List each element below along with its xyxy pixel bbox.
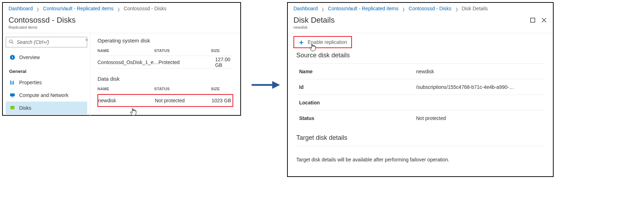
cell-status: Protected <box>158 59 215 65</box>
target-details-message: Target disk details will be available af… <box>288 146 553 162</box>
chevron-right-icon: ❯ <box>117 7 120 11</box>
cell-status: Not protected <box>155 98 212 103</box>
col-status: STATUS <box>154 87 211 91</box>
restore-window-icon[interactable] <box>530 17 536 23</box>
enable-replication-label: Enable replication <box>308 39 347 45</box>
page-subtitle: newdisk <box>293 25 547 29</box>
svg-rect-9 <box>11 97 13 97</box>
svg-rect-3 <box>12 57 13 59</box>
crumb-dashboard[interactable]: Dashboard <box>293 6 318 11</box>
close-icon[interactable] <box>541 17 547 23</box>
sidebar-group-general: General <box>6 64 87 76</box>
table-header: NAME STATUS SIZE <box>97 87 233 94</box>
sidebar-item-label: Overview <box>19 55 40 60</box>
sidebar-item-compute[interactable]: Compute and Network <box>6 89 87 102</box>
svg-point-0 <box>10 40 12 42</box>
page-header: Disk Details newdisk <box>288 13 553 33</box>
compute-icon <box>9 92 16 98</box>
svg-rect-13 <box>531 18 535 22</box>
chevron-right-icon: ❯ <box>36 7 39 11</box>
table-header: NAME STATUS SIZE <box>97 48 233 56</box>
info-icon <box>9 55 16 60</box>
page-title: Contosossd - Disks <box>9 16 235 25</box>
crumb-disks[interactable]: Contosossd - Disks <box>409 6 452 11</box>
cell-name: Contosossd_OsDisk_1_e… <box>97 59 158 65</box>
search-icon <box>9 39 14 45</box>
data-disk-row-newdisk[interactable]: newdisk Not protected 1023 GB <box>97 94 233 107</box>
enable-replication-button[interactable]: ＋ Enable replication <box>293 36 352 48</box>
sidebar-item-disks[interactable]: Disks <box>6 102 87 114</box>
crumb-vault[interactable]: ContosoVault - Replicated items <box>328 6 398 11</box>
command-bar: ＋ Enable replication <box>288 33 553 52</box>
data-disk-section-title: Data disk <box>97 76 233 82</box>
disks-content: Operating system disk NAME STATUS SIZE C… <box>90 33 240 118</box>
crumb-vault[interactable]: ContosoVault - Replicated items <box>43 6 113 11</box>
detail-row-location: Location <box>296 94 544 110</box>
svg-rect-6 <box>12 81 12 85</box>
svg-line-1 <box>12 42 13 44</box>
col-status: STATUS <box>154 48 211 53</box>
disks-icon <box>9 105 16 111</box>
chevron-right-icon: ❯ <box>455 7 458 11</box>
svg-rect-7 <box>13 81 14 85</box>
cell-size: 127.00 GB <box>215 57 233 68</box>
detail-value: Not protected <box>416 115 542 121</box>
svg-point-4 <box>12 56 13 57</box>
svg-rect-8 <box>10 93 15 96</box>
disk-details-panel: Dashboard ❯ ContosoVault - Replicated it… <box>287 2 554 177</box>
detail-value: newdisk <box>416 69 542 74</box>
page-subtitle: Replicated items <box>9 25 235 29</box>
collapse-sidebar-icon[interactable]: « <box>85 37 88 42</box>
crumb-current: Disk Details <box>461 6 488 11</box>
target-details-heading: Target disk details <box>288 134 553 146</box>
search-input[interactable]: Search (Ctrl+/) <box>6 37 87 47</box>
disks-panel: Dashboard ❯ ContosoVault - Replicated it… <box>2 2 241 116</box>
svg-rect-5 <box>10 80 11 85</box>
arrow-right-icon <box>251 80 280 90</box>
detail-row-id: Id /subscriptions/155c4768-b71c-4e4b-a99… <box>296 79 544 94</box>
crumb-dashboard[interactable]: Dashboard <box>9 6 33 11</box>
detail-value: /subscriptions/155c4768-b71c-4e4b-a990-… <box>416 84 542 90</box>
search-placeholder: Search (Ctrl+/) <box>17 39 49 45</box>
sidebar-item-label: Properties <box>19 80 42 85</box>
col-size: SIZE <box>211 87 233 91</box>
os-disk-section-title: Operating system disk <box>97 38 233 44</box>
breadcrumb: Dashboard ❯ ContosoVault - Replicated it… <box>3 3 240 13</box>
page-title: Disk Details <box>293 16 547 25</box>
detail-label: Name <box>299 69 416 74</box>
plus-icon: ＋ <box>298 39 305 46</box>
chevron-right-icon: ❯ <box>321 7 324 11</box>
breadcrumb: Dashboard ❯ ContosoVault - Replicated it… <box>288 3 553 13</box>
cell-size: 1023 GB <box>212 98 233 103</box>
detail-label: Id <box>299 84 416 90</box>
svg-marker-12 <box>272 81 280 89</box>
sidebar-item-label: Disks <box>19 105 31 111</box>
crumb-current: Contosossd - Disks <box>124 6 167 11</box>
col-size: SIZE <box>211 48 233 53</box>
detail-row-name: Name newdisk <box>296 63 544 79</box>
cell-name: newdisk <box>98 98 155 103</box>
os-disk-row[interactable]: Contosossd_OsDisk_1_e… Protected 127.00 … <box>97 56 233 69</box>
detail-row-status: Status Not protected <box>296 110 544 126</box>
sidebar-item-properties[interactable]: Properties <box>6 76 87 89</box>
col-name: NAME <box>97 48 154 53</box>
chevron-right-icon: ❯ <box>402 7 405 11</box>
page-header: Contosossd - Disks Replicated items <box>3 13 240 33</box>
detail-label: Location <box>299 100 416 105</box>
sidebar-item-label: Compute and Network <box>19 92 68 98</box>
sidebar: « Search (Ctrl+/) Overview General Prope… <box>3 33 90 118</box>
source-details-heading: Source disk details <box>288 52 553 63</box>
col-name: NAME <box>97 87 154 91</box>
sidebar-item-overview[interactable]: Overview <box>6 51 87 64</box>
detail-label: Status <box>299 115 416 121</box>
properties-icon <box>9 80 16 85</box>
